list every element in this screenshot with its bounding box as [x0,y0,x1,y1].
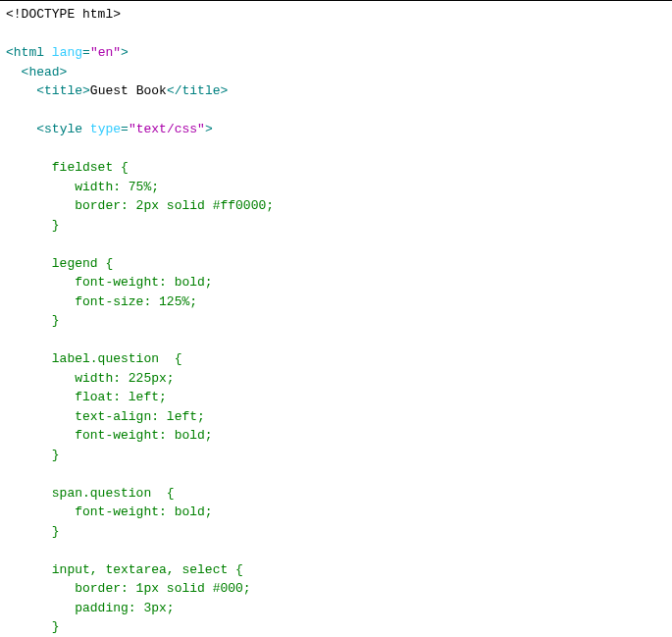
code-block: <!DOCTYPE html> <html lang="en"> <head> … [6,5,666,637]
space [44,45,52,60]
css-content: fieldset { width: 75%; border: 2px solid… [6,160,274,634]
equals: = [82,45,90,60]
title-text: Guest Book [90,83,167,98]
space [82,122,90,136]
tag-bracket: < [6,45,14,60]
tag-bracket: </ [167,83,182,98]
equals: = [121,122,129,136]
attr-type: type [90,122,121,136]
tag-name-style: style [44,122,82,136]
tag-bracket: > [221,83,229,98]
tag-bracket: < [36,122,44,136]
doctype-text: <!DOCTYPE html> [6,7,121,22]
tag-name-title: title [44,83,82,98]
tag-bracket: > [205,122,213,136]
code-viewer: <!DOCTYPE html> <html lang="en"> <head> … [0,0,672,637]
tag-bracket: > [82,83,90,98]
attr-lang: lang [52,45,82,60]
tag-bracket: < [36,83,44,98]
tag-name-html: html [14,45,44,60]
attr-value-textcss: "text/css" [129,122,205,136]
tag-bracket: > [121,45,129,60]
tag-name-title: title [181,83,220,98]
attr-value-en: "en" [90,45,121,60]
tag-head-open: <head> [22,65,68,80]
